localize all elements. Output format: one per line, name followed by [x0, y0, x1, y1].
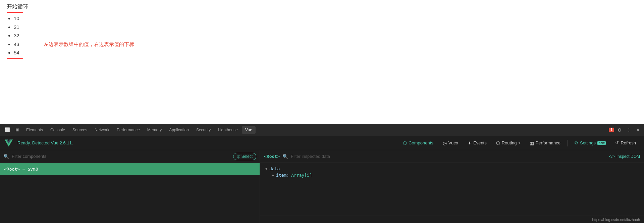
routing-label: Routing: [502, 140, 517, 145]
main-content: 开始循环 10 21 32 43 54 左边表示数组中的值，右边表示值的下标: [0, 0, 644, 124]
performance-icon: ▦: [530, 140, 534, 146]
vue-toolbar: Ready. Detected Vue 2.6.11. ⬡ Components…: [0, 136, 644, 150]
vuex-label: Vuex: [448, 140, 458, 145]
events-icon: ✦: [468, 140, 472, 146]
loop-title: 开始循环: [7, 3, 637, 10]
routing-btn[interactable]: ⬡ Routing ▾: [492, 139, 524, 147]
inspect-dom-icon: </>: [609, 154, 615, 159]
tab-sources[interactable]: Sources: [69, 126, 91, 134]
loop-list: 10 21 32 43 54: [7, 12, 23, 59]
error-badge: 1: [609, 128, 614, 132]
components-btn[interactable]: ⬡ Components: [399, 139, 437, 147]
data-key: ▼ data: [265, 166, 639, 171]
tab-security[interactable]: Security: [193, 126, 214, 134]
left-panel: 🔍 ◎ Select <Root> = $vm0: [0, 150, 260, 223]
settings-btn[interactable]: ⚙ Settings new: [570, 139, 610, 147]
left-panel-toolbar: 🔍 ◎ Select: [0, 150, 260, 163]
select-label: Select: [241, 154, 253, 159]
list-item: 43: [14, 40, 19, 49]
root-tag: <Root>: [264, 154, 280, 159]
tab-network[interactable]: Network: [91, 126, 113, 134]
vuex-btn[interactable]: ◷ Vuex: [439, 139, 462, 147]
cursor-icon[interactable]: ⬜: [3, 125, 12, 135]
filter-components-input[interactable]: [12, 154, 230, 159]
inspector-data: ▼ data ▶ item: Array[5]: [260, 163, 644, 216]
events-btn[interactable]: ✦ Events: [464, 139, 491, 147]
tab-performance[interactable]: Performance: [113, 126, 143, 134]
settings-new-badge: new: [597, 141, 606, 145]
settings-label: Settings: [580, 140, 596, 145]
right-panel-toolbar: <Root> 🔍 </> Inspect DOM: [260, 150, 644, 163]
devtools-tab-end: 1 ⚙ ⋮ ✕: [609, 127, 641, 133]
vue-ready-text: Ready. Detected Vue 2.6.11.: [17, 140, 73, 145]
devtools-tab-bar: ⬜ ▣ Elements Console Sources Network Per…: [0, 124, 644, 136]
vuex-icon: ◷: [443, 140, 447, 146]
routing-chevron-icon: ▾: [519, 141, 520, 145]
loop-annotation: 左边表示数组中的值，右边表示值的下标: [44, 41, 134, 48]
panel-icon[interactable]: ▣: [13, 125, 22, 135]
more-icon[interactable]: ⋮: [625, 127, 633, 133]
refresh-icon: ↺: [615, 140, 619, 145]
tab-vue[interactable]: Vue: [242, 126, 256, 134]
item-expand-triangle[interactable]: ▶: [272, 173, 274, 177]
data-expand-triangle[interactable]: ▼: [265, 167, 267, 171]
events-label: Events: [473, 140, 487, 145]
routing-icon: ⬡: [496, 140, 500, 146]
tab-memory[interactable]: Memory: [144, 126, 165, 134]
data-section: ▼ data ▶ item: Array[5]: [265, 166, 639, 178]
data-subkey-item: ▶ item: Array[5]: [265, 173, 639, 178]
component-label: <Root> = $vm0: [4, 167, 38, 172]
item-value: Array[5]: [291, 173, 312, 178]
list-item: 54: [14, 48, 19, 57]
tab-console[interactable]: Console: [47, 126, 68, 134]
toolbar-separator: [567, 140, 568, 146]
settings-icon: ⚙: [574, 140, 578, 145]
component-row[interactable]: <Root> = $vm0: [0, 163, 260, 175]
data-section-label: data: [269, 166, 280, 171]
devtools-panel: ⬜ ▣ Elements Console Sources Network Per…: [0, 124, 644, 223]
performance-btn[interactable]: ▦ Performance: [526, 139, 565, 147]
status-url: https://blog.csdn.net/liuzhaoh: [592, 218, 640, 222]
components-label: Components: [409, 140, 433, 145]
status-bar: https://blog.csdn.net/liuzhaoh: [260, 216, 644, 223]
close-icon[interactable]: ✕: [635, 127, 641, 133]
list-item: 10: [14, 14, 19, 23]
components-icon: ⬡: [403, 140, 407, 146]
vue-logo: [4, 138, 13, 148]
performance-label: Performance: [536, 140, 560, 145]
gear-icon[interactable]: ⚙: [616, 127, 623, 133]
item-key-label: item:: [276, 173, 289, 178]
tab-elements[interactable]: Elements: [23, 126, 46, 134]
refresh-label: Refresh: [621, 140, 636, 145]
search-icon-right: 🔍: [282, 154, 288, 159]
select-circle-icon: ◎: [237, 154, 240, 159]
tab-application[interactable]: Application: [166, 126, 192, 134]
tab-lighthouse[interactable]: Lighthouse: [215, 126, 241, 134]
list-item: 32: [14, 31, 19, 40]
refresh-btn[interactable]: ↺ Refresh: [611, 139, 640, 147]
inspect-dom-button[interactable]: </> Inspect DOM: [609, 154, 640, 159]
select-button[interactable]: ◎ Select: [233, 153, 256, 160]
inspect-dom-label: Inspect DOM: [616, 154, 640, 159]
right-panel: <Root> 🔍 </> Inspect DOM ▼ data ▶ item:: [260, 150, 644, 223]
list-item: 21: [14, 23, 19, 32]
devtools-content: 🔍 ◎ Select <Root> = $vm0 <Root> 🔍 </> In…: [0, 150, 644, 223]
search-icon: 🔍: [3, 154, 9, 159]
inspect-filter-input[interactable]: [291, 154, 606, 159]
